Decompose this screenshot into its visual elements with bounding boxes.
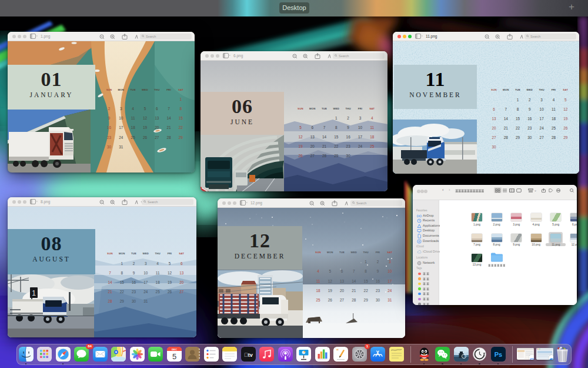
svg-text:5: 5 [172,352,176,361]
svg-text:1: 1 [32,289,36,297]
svg-text:tv: tv [244,352,253,358]
svg-text:DEC: DEC [172,348,177,351]
svg-text:Ps: Ps [494,351,502,358]
svg-text:“: “ [336,348,339,353]
